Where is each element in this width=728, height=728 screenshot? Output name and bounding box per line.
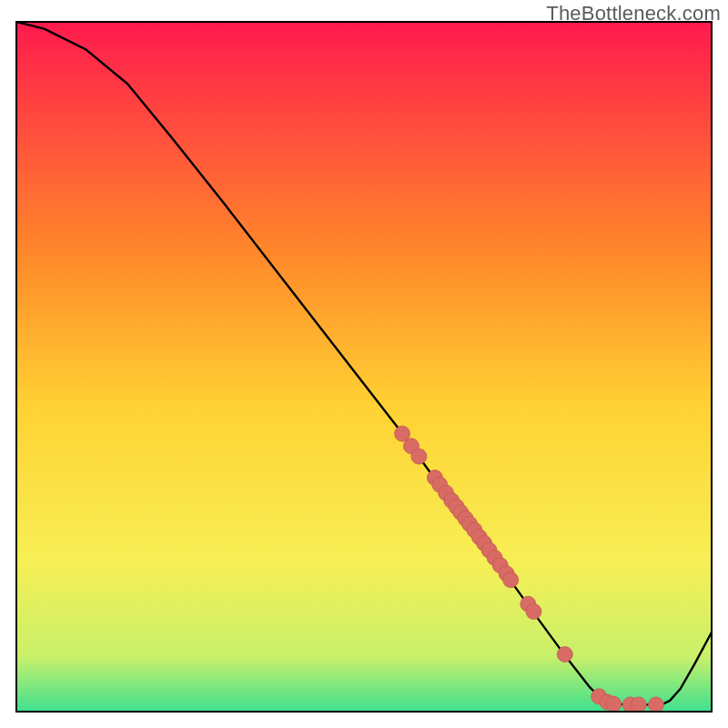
bottleneck-chart bbox=[0, 0, 728, 728]
plot-background bbox=[16, 22, 712, 712]
watermark-label: TheBottleneck.com bbox=[546, 2, 721, 25]
data-point bbox=[526, 604, 541, 620]
data-point bbox=[557, 647, 572, 662]
data-point bbox=[411, 449, 427, 464]
data-point bbox=[631, 697, 646, 713]
chart-container: { "watermark": "TheBottleneck.com", "col… bbox=[0, 0, 728, 728]
data-point bbox=[648, 697, 663, 713]
data-point bbox=[606, 696, 622, 712]
data-point bbox=[503, 572, 519, 588]
